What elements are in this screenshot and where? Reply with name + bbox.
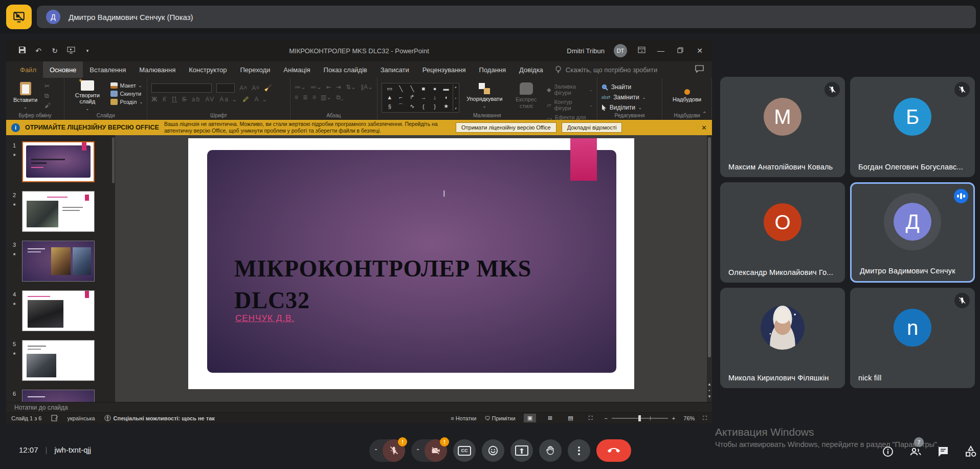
zoom-slider[interactable] [638,415,641,421]
captions-button[interactable]: CC [453,439,476,462]
accessibility-status[interactable]: Спеціальні можливості: щось не так [104,415,215,421]
comments-icon[interactable] [695,65,704,74]
tab-help[interactable]: Довідка [513,61,550,78]
zoom-level[interactable]: 76% [683,415,695,421]
reactions-button[interactable] [482,439,504,462]
end-call-button[interactable] [596,439,631,462]
minimize-button[interactable]: — [656,47,666,55]
details-button[interactable]: Докладні відомості [562,122,622,133]
zoom-control[interactable]: − + [604,415,675,421]
copy-icon[interactable]: ⧉ [44,92,51,99]
layout-button[interactable]: Макет⌄ [110,82,143,89]
mic-mute-button[interactable]: ! [383,439,405,462]
participant-tile[interactable]: Микола Кирилович Філяшкін [720,288,845,388]
tab-animations[interactable]: Анімація [277,61,317,78]
vertical-scrollbar[interactable]: ▲▪▼ [707,135,712,402]
participant-tile[interactable]: М Максим Анатолійович Коваль [720,77,845,177]
raise-hand-button[interactable] [539,439,562,462]
notes-toggle[interactable]: ≡ Нотатки [451,415,476,421]
scrollbar-thumb[interactable] [708,137,711,357]
slideshow-view-button[interactable]: ⛶ [585,414,596,422]
addins-button[interactable]: Надбудови [670,80,704,111]
participant-tile[interactable]: О Олександр Миколайович Го... [720,182,845,283]
tab-file[interactable]: Файл [13,61,43,78]
slide-accent-shape[interactable] [570,138,597,181]
save-icon[interactable] [17,46,27,55]
comments-toggle[interactable]: 🗨 Примітки [484,415,515,421]
format-painter-icon[interactable]: 🖌 [44,102,51,109]
presenting-chip[interactable] [6,5,32,29]
activities-button[interactable] [964,444,978,459]
tab-draw[interactable]: Малювання [132,61,182,78]
paragraph-group: ≔⌄≕⌄⇤⇥⇅⌄∥A⌄ ≡≣≡▥⌄⧉⌄ Абзац [291,78,377,119]
grow-font-icon: A˄ [239,84,247,92]
zoom-in-icon[interactable]: + [672,415,675,421]
customize-qat-icon[interactable]: ▾ [83,48,92,53]
slide-thumbnail-2[interactable] [22,191,95,232]
slide-canvas[interactable]: МІКРОКОНТРОЛЕР MKS DLC32 СЕНЧУК Д.В. I [188,138,634,389]
replace-button[interactable]: ab⇄Замінити⌄ [602,94,646,101]
redo-icon[interactable]: ↻ [50,47,59,55]
tab-transitions[interactable]: Переходи [233,61,277,78]
people-panel-button[interactable]: 7 [908,444,923,459]
present-button[interactable] [510,439,533,462]
avatar: Б [894,98,931,136]
tab-insert[interactable]: Вставлення [83,61,132,78]
thumbnail-scrollbar[interactable] [112,135,115,402]
slide-sorter-view-button[interactable]: ⊞ [544,414,556,422]
notes-area[interactable]: Нотатки до слайда [6,402,712,412]
tell-me-search[interactable]: Скажіть, що потрібно зробити [555,61,657,78]
participant-tile-selected[interactable]: Д Дмитро Вадимович Сенчук [850,182,975,283]
participant-tile[interactable]: n nick fill [850,288,975,388]
get-office-button[interactable]: Отримати ліцензійну версію Office [456,122,556,133]
chat-panel-button[interactable] [936,444,950,459]
prev-next-slide-buttons[interactable]: ▲▪▼ [707,381,712,400]
mic-options-chevron-icon[interactable]: ⌃ [369,448,383,454]
start-slideshow-icon[interactable] [66,47,76,55]
tab-design[interactable]: Конструктор [182,61,233,78]
camera-options-chevron-icon[interactable]: ⌃ [411,448,425,454]
tab-slideshow[interactable]: Показ слайдів [317,61,374,78]
meeting-details-button[interactable] [881,444,895,459]
cut-icon[interactable]: ✂ [44,82,51,90]
reading-view-button[interactable]: ▤ [564,414,576,422]
slide-number: 5★ [9,340,19,381]
close-button[interactable]: ✕ [695,47,705,55]
slide-thumbnail-5[interactable] [22,340,95,381]
new-slide-button[interactable]: ✶ Створити слайд⌄ [69,80,106,111]
slide-thumbnail-pane: 1★ 2★ 3★ [6,135,115,402]
find-button[interactable]: Знайти [602,83,646,91]
normal-view-button[interactable]: ▣ [524,414,536,422]
account-avatar[interactable]: DT [614,44,627,57]
fit-slide-icon[interactable]: ⛶ [703,415,707,421]
collapse-ribbon-icon[interactable]: ⌃ [702,111,707,117]
slide-thumbnail-3[interactable] [22,241,95,282]
more-options-button[interactable] [568,439,590,462]
zoom-out-icon[interactable]: − [604,415,607,421]
account-name[interactable]: Dmitri Tribun [567,47,605,55]
ribbon-display-options-icon[interactable] [636,47,647,55]
slide-thumbnail-4[interactable] [22,290,95,331]
undo-icon[interactable]: ↶ [34,47,43,55]
slide-title-text[interactable]: МІКРОКОНТРОЛЕР MKS DLC32 [234,253,562,316]
banner-close-icon[interactable]: ✕ [701,124,707,132]
camera-off-button[interactable]: ! [425,439,447,462]
reset-button[interactable]: Скинути [110,91,143,97]
tab-review[interactable]: Рецензування [416,61,473,78]
tab-view[interactable]: Подання [473,61,513,78]
restore-button[interactable] [675,47,685,55]
language-indicator[interactable]: українська [68,415,95,421]
spellcheck-icon[interactable] [51,415,58,421]
section-button[interactable]: Розділ⌄ [110,99,143,105]
paste-button[interactable]: Вставити⌄ [10,80,40,111]
tab-home[interactable]: Основне [43,61,83,78]
slide-subtitle-link[interactable]: СЕНЧУК Д.В. [235,313,295,324]
participant-tile[interactable]: Б Богдан Олегович Богуславс... [850,77,975,177]
presenter-name: Дмитро Вадимович Сенчук (Показ) [69,13,193,22]
slide-thumbnail-1[interactable] [22,141,95,182]
shapes-gallery[interactable]: ▭╲╲■●▬ ▲⌐↱→↓◖ §⌒∿{}★ ▴▪▾ [382,83,459,113]
slide-thumbnail-6[interactable] [22,390,95,402]
tab-record[interactable]: Записати [374,61,416,78]
select-button[interactable]: Виділити⌄ [602,104,646,111]
arrange-button[interactable]: Упорядкувати⌄ [463,80,505,111]
